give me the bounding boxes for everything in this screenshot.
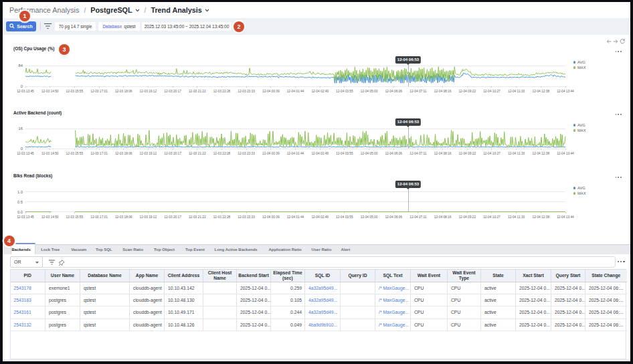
column-header[interactable]: Wait Event Type <box>448 270 481 282</box>
table-row[interactable]: 2543161postgresqstestclouddb-agent10.10.… <box>11 306 627 318</box>
tab-user-ratio[interactable]: User Ratio <box>311 248 331 252</box>
column-header[interactable]: Wait Event <box>411 270 448 282</box>
column-header[interactable]: State Change <box>585 270 627 282</box>
table-cell[interactable]: 4a32a95d49... <box>305 306 341 318</box>
svg-text:12-03 13:45: 12-03 13:45 <box>17 90 34 93</box>
svg-text:0.0: 0.0 <box>17 210 23 214</box>
table-cell[interactable]: 2543178 <box>11 282 46 294</box>
svg-text:12-04 01:44: 12-04 01:44 <box>287 90 304 93</box>
table-cell: 2025-12-04 06:... <box>585 318 627 331</box>
tab-top-sql[interactable]: Top SQL <box>96 248 112 252</box>
table-cell: 2025-12-04 0... <box>516 306 551 318</box>
pin-icon[interactable] <box>58 260 65 266</box>
table-cell[interactable]: 2543183 <box>11 294 46 306</box>
chart-menu-icon[interactable] <box>614 50 623 54</box>
table-cell: postgres <box>46 294 80 306</box>
table-cell: clouddb-agent <box>130 282 165 294</box>
svg-text:12-04 07:11: 12-04 07:11 <box>410 90 427 93</box>
table-cell <box>341 282 375 294</box>
svg-text:12-03 20:17: 12-03 20:17 <box>164 215 181 219</box>
svg-text:12-03 17:01: 12-03 17:01 <box>90 215 108 219</box>
bottom-scrollbar-track[interactable] <box>3 359 630 362</box>
column-header[interactable]: Query ID <box>341 270 375 282</box>
column-header[interactable]: Client Host Name <box>203 270 237 282</box>
column-header[interactable]: State <box>481 270 516 282</box>
chart-legend: AVG MAX <box>573 185 614 196</box>
table-cell[interactable]: 4a32a95d49... <box>305 282 341 294</box>
svg-text:12-04 06:06: 12-04 06:06 <box>385 215 402 219</box>
table-cell: clouddb-agent <box>130 306 165 318</box>
tab-application-ratio[interactable]: Application Ratio <box>268 248 301 252</box>
column-header[interactable]: SQL Text <box>375 270 411 282</box>
column-header[interactable]: Xact Start <box>516 270 551 282</box>
table-cell: CPU <box>411 294 448 306</box>
table-cell: CPU <box>448 306 481 318</box>
filter-text-input[interactable] <box>68 258 537 266</box>
svg-text:12-03 22:28: 12-03 22:28 <box>213 215 231 219</box>
column-header[interactable]: Database Name <box>80 270 130 282</box>
tab-long-active-backends[interactable]: Long Active Backends <box>215 248 258 252</box>
chart-title-active-backend: Active Backend (count) <box>13 110 62 116</box>
svg-text:12-04 11:33: 12-04 11:33 <box>508 215 525 219</box>
svg-text:12-04 08:16: 12-04 08:16 <box>434 90 452 93</box>
table-cell: CPU <box>411 306 448 318</box>
svg-text:12-03 21:22: 12-03 21:22 <box>189 152 206 155</box>
table-row[interactable]: 2543178exemone1qstestclouddb-agent10.10.… <box>11 282 627 294</box>
tab-alert[interactable]: Alert <box>341 248 350 252</box>
svg-text:12-03 19:12: 12-03 19:12 <box>140 90 157 93</box>
step-badge-4: 4 <box>4 236 15 246</box>
column-header[interactable]: PID <box>11 270 46 282</box>
filter-icon[interactable] <box>48 260 56 266</box>
svg-text:12-03 14:50: 12-03 14:50 <box>41 90 59 93</box>
svg-text:12-03 14:50: 12-03 14:50 <box>41 215 59 219</box>
filter-operator-select[interactable]: OR <box>10 256 43 268</box>
svg-text:16: 16 <box>19 126 23 130</box>
table-cell[interactable]: /* MaxGauge... <box>375 294 411 306</box>
table-cell: clouddb-agent <box>130 318 165 331</box>
svg-text:12-04 13:44: 12-04 13:44 <box>557 152 574 155</box>
chart-legend: AVG MAX <box>573 60 614 70</box>
table-cell: postgres <box>46 318 80 331</box>
table-row[interactable]: 2543132postgresqstestclouddb-agent10.10.… <box>11 318 627 331</box>
table-cell[interactable]: 4a32a95d49... <box>305 294 341 306</box>
table-cell: qstest <box>80 294 130 306</box>
table-cell[interactable]: /* MaxGauge... <box>375 318 411 331</box>
chart-tooltip: 12-04 06:53 <box>395 181 421 188</box>
table-cell[interactable]: 4ba9d9b910... <box>305 318 341 331</box>
column-header[interactable]: User Name <box>46 270 80 282</box>
tab-top-event[interactable]: Top Event <box>185 248 205 252</box>
table-row[interactable]: 2543183postgresqstestclouddb-agent10.10.… <box>11 294 627 306</box>
table-cell <box>203 318 237 331</box>
table-cell: 2025-12-04 06:... <box>585 294 627 306</box>
chart-menu-icon[interactable] <box>614 112 623 116</box>
svg-text:84: 84 <box>19 64 23 68</box>
tab-vacuum[interactable]: Vacuum <box>71 248 86 252</box>
svg-text:12-04 01:44: 12-04 01:44 <box>287 215 304 219</box>
column-header[interactable]: Elapsed Time (sec) <box>271 270 305 282</box>
table-cell: active <box>481 282 516 294</box>
grid-menu-icon[interactable] <box>616 260 626 264</box>
table-cell <box>203 282 237 294</box>
tab-scan-ratio[interactable]: Scan Ratio <box>122 248 143 252</box>
table-cell[interactable]: 2543132 <box>11 318 46 331</box>
svg-text:12-04 13:44: 12-04 13:44 <box>557 90 574 93</box>
table-cell: 0.259 <box>271 282 305 294</box>
svg-text:12-04 03:55: 12-04 03:55 <box>336 90 353 93</box>
column-header[interactable]: SQL ID <box>305 270 341 282</box>
tab-top-object[interactable]: Top Object <box>154 248 175 252</box>
table-cell: CPU <box>411 318 448 331</box>
legend-avg-dot <box>573 124 576 126</box>
table-cell: 2025-12-04 0... <box>237 282 271 294</box>
svg-text:12-03 18:06: 12-03 18:06 <box>115 215 132 219</box>
chart-menu-icon[interactable] <box>614 175 623 179</box>
column-header[interactable]: Client Address <box>165 270 203 282</box>
column-header[interactable]: Backend Start <box>237 270 271 282</box>
tab-lock-tree[interactable]: Lock Tree <box>41 248 60 252</box>
table-cell: 2025-12-04 0... <box>551 282 585 294</box>
column-header[interactable]: App Name <box>130 270 165 282</box>
table-cell[interactable]: 2543161 <box>11 306 46 318</box>
table-cell[interactable]: /* MaxGauge... <box>375 282 411 294</box>
column-header[interactable]: Query Start <box>551 270 585 282</box>
table-cell[interactable]: /* MaxGauge... <box>375 306 411 318</box>
tab-backends[interactable]: Backends <box>12 248 31 252</box>
